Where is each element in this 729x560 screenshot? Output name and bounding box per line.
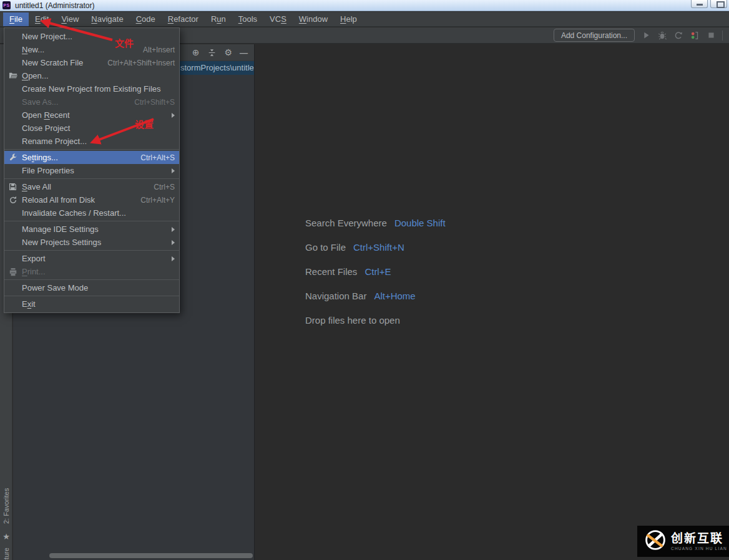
menu-item-shortcut: Ctrl+Alt+S	[140, 153, 175, 162]
menu-separator	[4, 296, 179, 296]
menu-item-label: Export	[22, 254, 167, 263]
menu-item-exit[interactable]: Exit	[4, 297, 179, 311]
hint-label: Navigation Bar	[305, 291, 366, 301]
menu-navigate[interactable]: Navigate	[85, 12, 129, 26]
hint-go-to-file: Go to FileCtrl+Shift+N	[305, 242, 446, 266]
menu-item-label: New Project...	[22, 32, 175, 41]
menu-item-file-properties[interactable]: File Properties	[4, 164, 179, 177]
menu-item-label: Reload All from Disk	[22, 195, 132, 205]
menu-item-label: New...	[22, 45, 134, 54]
profiler-icon	[690, 31, 700, 41]
menu-item-label: Open...	[22, 71, 175, 80]
menu-item-new-projects-settings[interactable]: New Projects Settings	[4, 236, 179, 249]
tool-window-button-favorites[interactable]: 2: Favorites	[0, 480, 12, 532]
submenu-arrow-icon	[172, 227, 175, 232]
menu-item-new-scratch-file[interactable]: New Scratch FileCtrl+Alt+Shift+Insert	[4, 56, 179, 69]
hint-shortcut: Alt+Home	[374, 291, 415, 301]
menu-item-new[interactable]: New...Alt+Insert	[4, 43, 179, 56]
menu-item-reload-all-from-disk[interactable]: Reload All from DiskCtrl+Alt+Y	[4, 193, 179, 206]
menu-item-create-new-project-from-existing-files[interactable]: Create New Project from Existing Files	[4, 82, 179, 95]
phpstorm-app-icon: PS	[2, 1, 11, 9]
menu-item-manage-ide-settings[interactable]: Manage IDE Settings	[4, 223, 179, 236]
watermark-logo: 创新互联 CHUANG XIN HU LIAN	[637, 526, 729, 557]
submenu-arrow-icon	[172, 113, 175, 118]
hint-shortcut: Ctrl+Shift+N	[353, 242, 404, 253]
menu-refactor[interactable]: Refactor	[162, 12, 205, 26]
hint-search-everywhere: Search EverywhereDouble Shift	[305, 218, 446, 242]
hint-label: Recent Files	[305, 266, 357, 277]
run-icon	[641, 31, 651, 41]
toolbar-separator	[722, 31, 723, 41]
folder-open-icon	[9, 71, 22, 80]
window-title: untitled1 (Administrator)	[15, 1, 94, 10]
tool-window-button-structure[interactable]: 7: Structure	[0, 546, 12, 560]
menu-separator	[4, 221, 179, 221]
hint-recent-files: Recent FilesCtrl+E	[305, 266, 446, 291]
collapse-all-icon[interactable]	[207, 47, 217, 57]
title-bar: PS untitled1 (Administrator)	[0, 0, 729, 11]
favorites-star-icon[interactable]: ★	[0, 532, 12, 541]
printer-icon	[9, 268, 22, 276]
menu-item-invalidate-caches-restart[interactable]: Invalidate Caches / Restart...	[4, 206, 179, 220]
menu-file[interactable]: File	[3, 12, 29, 26]
menu-item-label: Exit	[22, 299, 175, 309]
menu-item-label: Open Recent	[22, 110, 167, 120]
menu-item-label: New Projects Settings	[22, 238, 167, 247]
wrench-icon	[9, 153, 22, 162]
hint-label: Search Everywhere	[305, 218, 387, 228]
menu-separator	[4, 178, 179, 179]
submenu-arrow-icon	[172, 256, 175, 261]
menu-item-new-project[interactable]: New Project...	[4, 30, 179, 43]
menu-item-shortcut: Ctrl+Shift+S	[134, 98, 175, 107]
menu-item-open[interactable]: Open...	[4, 69, 179, 82]
gear-icon[interactable]: ⚙	[224, 48, 232, 57]
menu-item-print: Print...	[4, 265, 179, 278]
debug-icon	[657, 31, 667, 41]
menu-vcs[interactable]: VCS	[263, 12, 293, 26]
menu-item-label: Manage IDE Settings	[22, 224, 167, 234]
cx-logo-icon	[644, 529, 667, 554]
menu-view[interactable]: View	[55, 12, 85, 26]
add-configuration-button[interactable]: Add Configuration...	[554, 29, 635, 42]
menu-item-label: Invalidate Caches / Restart...	[22, 208, 175, 218]
locate-file-icon[interactable]: ⊕	[192, 48, 200, 57]
menu-code[interactable]: Code	[130, 12, 162, 26]
menu-run[interactable]: Run	[205, 12, 232, 26]
menu-item-label: Rename Project...	[22, 137, 175, 146]
menu-item-export[interactable]: Export	[4, 252, 179, 265]
hide-panel-icon[interactable]: —	[240, 48, 248, 57]
menu-help[interactable]: Help	[334, 12, 363, 26]
menu-item-label: New Scratch File	[22, 58, 99, 67]
menu-bar: FileEditViewNavigateCodeRefactorRunTools…	[0, 12, 729, 27]
menu-edit[interactable]: Edit	[29, 12, 55, 26]
menu-window[interactable]: Window	[293, 12, 334, 26]
submenu-arrow-icon	[172, 240, 175, 245]
menu-separator	[4, 149, 179, 150]
hint-shortcut: Double Shift	[394, 218, 446, 228]
menu-item-label: Create New Project from Existing Files	[22, 84, 175, 94]
horizontal-scrollbar[interactable]	[49, 553, 253, 558]
menu-item-settings[interactable]: Settings...Ctrl+Alt+S	[4, 151, 179, 164]
menu-item-shortcut: Ctrl+Alt+Shift+Insert	[107, 59, 175, 67]
run-with-coverage-icon	[673, 31, 683, 41]
maximize-button[interactable]	[710, 0, 727, 8]
logo-english-text: CHUANG XIN HU LIAN	[671, 546, 727, 551]
menu-item-shortcut: Ctrl+S	[154, 183, 175, 191]
hint-shortcut: Ctrl+E	[364, 266, 391, 277]
menu-item-label: Close Project	[22, 123, 175, 133]
file-menu: New Project...New...Alt+InsertNew Scratc…	[4, 27, 180, 313]
refresh-icon	[9, 196, 22, 205]
menu-item-label: Power Save Mode	[22, 283, 175, 292]
menu-item-power-save-mode[interactable]: Power Save Mode	[4, 281, 179, 294]
minimize-button[interactable]	[691, 0, 708, 8]
menu-item-close-project[interactable]: Close Project	[4, 122, 179, 135]
menu-item-save-as: Save As...Ctrl+Shift+S	[4, 95, 179, 109]
menu-item-shortcut: Alt+Insert	[143, 46, 175, 54]
window-controls	[691, 0, 727, 8]
menu-tools[interactable]: Tools	[232, 12, 263, 26]
logo-chinese-text: 创新互联	[671, 532, 727, 545]
menu-item-open-recent[interactable]: Open Recent	[4, 109, 179, 122]
menu-item-rename-project[interactable]: Rename Project...	[4, 135, 179, 148]
menu-item-label: Save All	[22, 182, 145, 191]
menu-item-save-all[interactable]: Save AllCtrl+S	[4, 180, 179, 193]
